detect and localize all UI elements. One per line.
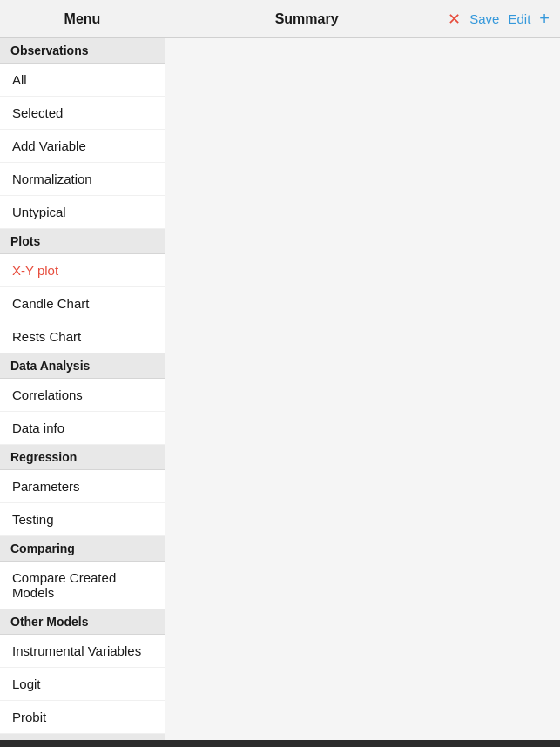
sidebar-item-normalization[interactable]: Normalization — [0, 163, 165, 196]
sidebar-item-xy-plot[interactable]: X-Y plot — [0, 254, 165, 287]
section-header-comparing: Comparing — [0, 536, 165, 562]
sidebar-item-logit[interactable]: Logit — [0, 668, 165, 701]
section-header-regression: Regression — [0, 445, 165, 470]
sidebar-item-candle-chart[interactable]: Candle Chart — [0, 287, 165, 320]
save-button[interactable]: Save — [469, 11, 499, 26]
sidebar-item-probit[interactable]: Probit — [0, 701, 165, 734]
sidebar-item-rests-chart[interactable]: Rests Chart — [0, 320, 165, 353]
section-header-plots: Plots — [0, 229, 165, 254]
sidebar-item-parameters[interactable]: Parameters — [0, 470, 165, 503]
menu-title: Menu — [0, 0, 165, 37]
sidebar-item-compare-created-models[interactable]: Compare Created Models — [0, 562, 165, 609]
main-panel — [165, 38, 560, 740]
section-header-other-models: Other Models — [0, 609, 165, 635]
sidebar-item-correlations[interactable]: Correlations — [0, 379, 165, 412]
summary-title: Summary — [165, 11, 448, 27]
app-container: Menu Summary ✕ Save Edit + ObservationsA… — [0, 0, 560, 747]
add-button[interactable]: + — [539, 9, 550, 29]
bottom-bar — [0, 740, 560, 747]
header: Menu Summary ✕ Save Edit + — [0, 0, 560, 38]
section-header-data-analysis: Data Analysis — [0, 353, 165, 379]
section-header-observations: Observations — [0, 38, 165, 64]
header-actions: ✕ Save Edit + — [448, 9, 560, 29]
close-icon[interactable]: ✕ — [448, 10, 461, 29]
edit-button[interactable]: Edit — [508, 11, 530, 26]
sidebar-item-data-info[interactable]: Data info — [0, 412, 165, 445]
main-content: ObservationsAllSelectedAdd VariableNorma… — [0, 38, 560, 740]
sidebar-item-testing[interactable]: Testing — [0, 503, 165, 536]
sidebar-item-add-variable[interactable]: Add Variable — [0, 130, 165, 163]
sidebar: ObservationsAllSelectedAdd VariableNorma… — [0, 38, 165, 740]
sidebar-item-instrumental-variables[interactable]: Instrumental Variables — [0, 635, 165, 668]
sidebar-item-selected[interactable]: Selected — [0, 97, 165, 130]
section-header-settings: Settings — [0, 734, 165, 740]
sidebar-item-untypical[interactable]: Untypical — [0, 196, 165, 229]
sidebar-item-all[interactable]: All — [0, 64, 165, 97]
